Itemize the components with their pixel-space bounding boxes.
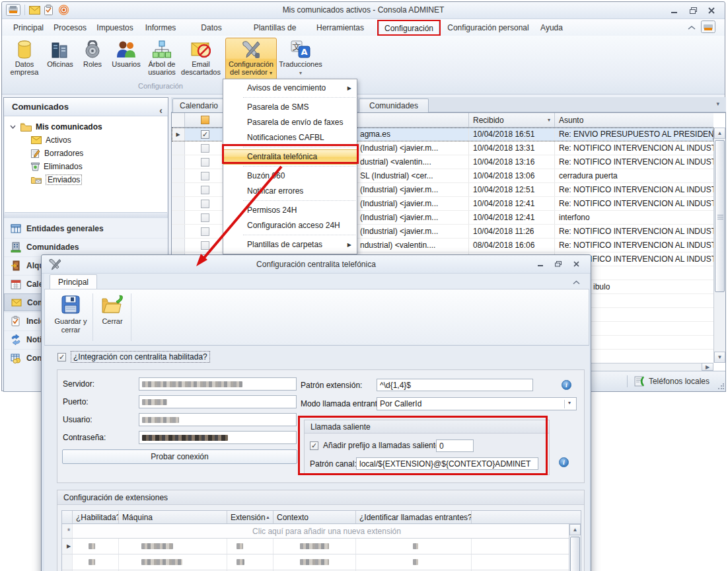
menu-item-plantillas-carpetas[interactable]: Plantillas de carpetas▶: [223, 237, 357, 252]
menu-item-notificaciones-cafbl[interactable]: Notificaciones CAFBL: [223, 130, 357, 145]
dialog-minimize-button[interactable]: [532, 259, 548, 269]
dialog-close-button[interactable]: [568, 259, 584, 269]
row-checkbox[interactable]: [201, 172, 209, 180]
patron-canal-input[interactable]: local/${EXTENSION}@${CONTEXTO}ADMINET: [356, 457, 538, 470]
tree-node-enviados[interactable]: Enviados: [5, 173, 167, 186]
header-checkbox-cell[interactable]: [185, 113, 226, 127]
restore-button[interactable]: [685, 5, 701, 16]
tab-impuestos[interactable]: Impuestos: [96, 20, 134, 35]
puerto-input[interactable]: [139, 395, 297, 408]
tab-calendario[interactable]: Calendario: [172, 98, 225, 112]
ribbon-button-oficinas[interactable]: Oficinas: [43, 38, 77, 80]
col-extension[interactable]: Extensión▲: [227, 511, 273, 523]
menu-item-notificar-errores[interactable]: Notificar errores: [223, 184, 357, 199]
usuario-input[interactable]: [139, 413, 297, 426]
scroll-down-icon[interactable]: ▼: [714, 352, 725, 363]
col-maquina[interactable]: Máquina: [119, 511, 227, 523]
menu-item-centralita-telefonica[interactable]: Centralita telefónica: [223, 149, 357, 165]
close-button[interactable]: [704, 5, 719, 16]
scroll-up-icon[interactable]: ▲: [714, 128, 725, 139]
tree-node-activos[interactable]: Activos: [5, 133, 167, 147]
ribbon-button-configuracion-servidor[interactable]: Configuración del servidor ▾: [225, 38, 277, 80]
tab-principal[interactable]: Principal: [11, 20, 46, 35]
menu-item-permisos-24h[interactable]: Permisos 24H: [223, 203, 357, 218]
menu-item-pasarela-sms[interactable]: Pasarela de SMS: [223, 100, 357, 115]
row-checkbox[interactable]: [201, 241, 209, 250]
menu-item-avisos-vencimiento[interactable]: Avisos de vencimiento▶: [223, 81, 357, 96]
prefijo-input[interactable]: 0: [436, 439, 474, 452]
col-habilitada[interactable]: ¿Habilitada?: [73, 511, 119, 523]
extension-row[interactable]: ▶: [62, 539, 581, 554]
dialog-restore-button[interactable]: [550, 259, 566, 269]
sidebar-splitter[interactable]: [4, 213, 168, 218]
col-identificar[interactable]: ¿Identificar llamadas entrantes?: [356, 511, 472, 523]
tab-informes[interactable]: Informes: [142, 20, 179, 35]
ribbon-button-arbol-usuarios[interactable]: Árbol de usuarios: [146, 38, 178, 80]
vertical-scrollbar[interactable]: ▲ ▼: [713, 128, 725, 363]
info-icon[interactable]: i: [562, 380, 571, 390]
ribbon-collapse-icon[interactable]: [688, 23, 696, 32]
resize-grip[interactable]: [717, 383, 724, 390]
info-icon[interactable]: i: [559, 457, 569, 467]
save-close-button[interactable]: Guardar y cerrar: [50, 291, 91, 344]
header-recibido[interactable]: Recibido▾: [469, 113, 555, 127]
col-contexto[interactable]: Contexto: [273, 511, 356, 523]
servidor-input[interactable]: [139, 377, 297, 391]
row-checkbox[interactable]: [201, 200, 209, 208]
new-extension-hint[interactable]: Clic aquí para añadir una nueva extensió…: [73, 524, 581, 538]
row-checkbox[interactable]: [201, 227, 209, 236]
sidebar-item-entidades-generales[interactable]: Entidades generales: [4, 219, 168, 237]
row-checkbox[interactable]: ✓: [201, 130, 209, 139]
dialog-tab-principal[interactable]: Principal: [50, 274, 97, 289]
integration-checkbox[interactable]: ✓: [57, 353, 66, 362]
probar-conexion-button[interactable]: Probar conexión: [62, 449, 297, 464]
new-extension-row[interactable]: * Clic aquí para añadir una nueva extens…: [62, 524, 581, 539]
scroll-right-icon[interactable]: ▶: [702, 363, 713, 371]
phone-icon: [634, 376, 645, 387]
ribbon-button-datos-empresa[interactable]: Datos empresa: [7, 38, 42, 80]
row-checkbox[interactable]: [201, 144, 209, 153]
ribbon-button-email-descartados[interactable]: Email descartados: [179, 38, 223, 80]
dialog-collapse-icon[interactable]: [573, 278, 580, 287]
modo-llamada-combo[interactable]: Por CallerId ▾: [377, 397, 577, 410]
combo-dropdown-icon[interactable]: ▾: [564, 400, 574, 408]
menu-item-pasarela-faxes[interactable]: Pasarela de envío de faxes: [223, 115, 357, 130]
close-dialog-button[interactable]: Cerrar: [95, 291, 129, 344]
contrasena-input[interactable]: [139, 431, 297, 444]
integration-checkbox-label[interactable]: ¿Integración con centralita habilitada?: [71, 351, 210, 363]
extensions-scrollbar[interactable]: ▲: [569, 524, 581, 571]
tree-node-borradores[interactable]: Borradores: [5, 147, 167, 160]
scrollbar-thumb[interactable]: [715, 140, 725, 292]
scrollbar-thumb[interactable]: [570, 537, 580, 571]
patron-extension-input[interactable]: ^\d{1,4}$: [377, 379, 533, 391]
row-checkbox[interactable]: [201, 186, 209, 194]
tree-node-eliminados[interactable]: Eliminados: [5, 160, 167, 173]
menu-item-configuracion-acceso-24h[interactable]: Configuración acceso 24H: [223, 218, 357, 233]
tab-datos-basicos[interactable]: Datos básicos: [187, 20, 236, 35]
row-checkbox[interactable]: [201, 158, 209, 167]
help-app-icon[interactable]: [701, 20, 715, 33]
minimize-button[interactable]: [667, 5, 682, 16]
menu-item-buzon-060[interactable]: Buzón 060: [223, 169, 357, 184]
tab-overflow-icon[interactable]: ▾: [716, 100, 719, 107]
extension-row[interactable]: [62, 554, 581, 570]
tab-configuracion[interactable]: Configuración: [379, 20, 439, 35]
sidebar-item-label: Entidades generales: [26, 224, 104, 233]
sidebar-item-comunidades[interactable]: Comunidades: [4, 238, 168, 256]
tab-plantillas-texto[interactable]: Plantillas de texto: [244, 20, 306, 35]
scroll-up-icon[interactable]: ▲: [569, 524, 581, 535]
tab-herramientas[interactable]: Herramientas: [314, 20, 367, 35]
ribbon-button-traducciones[interactable]: 文A Traducciones▾: [279, 38, 322, 80]
header-asunto[interactable]: Asunto: [555, 113, 713, 127]
tree-node-root[interactable]: Mis comunicados: [5, 120, 167, 133]
status-label[interactable]: Teléfonos locales: [649, 377, 710, 386]
ribbon-button-roles[interactable]: Roles: [79, 38, 106, 80]
row-checkbox[interactable]: [201, 213, 209, 222]
ribbon-button-usuarios[interactable]: Usuarios: [108, 38, 145, 80]
tab-ayuda[interactable]: Ayuda: [536, 20, 567, 35]
prefijo-checkbox[interactable]: ✓: [310, 441, 318, 450]
tab-procesos[interactable]: Procesos: [52, 20, 88, 35]
tab-comunidades[interactable]: Comunidades: [359, 98, 429, 112]
tab-configuracion-personal[interactable]: Configuración personal: [446, 20, 530, 35]
select-all-checkbox[interactable]: [201, 116, 209, 124]
